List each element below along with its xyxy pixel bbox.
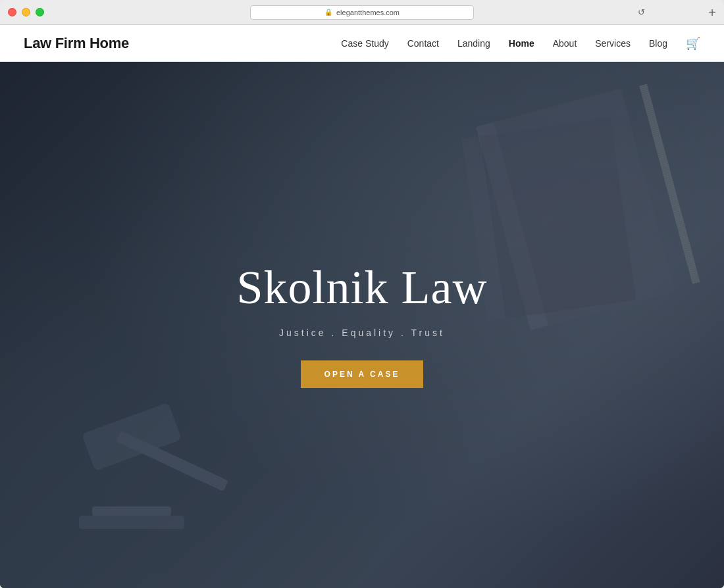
address-bar[interactable]: 🔒 elegantthemes.com: [250, 5, 474, 20]
reload-button[interactable]: ↺: [638, 7, 645, 17]
nav-item-landing[interactable]: Landing: [457, 38, 490, 49]
new-tab-button[interactable]: +: [708, 6, 716, 19]
browser-content: Law Firm Home Case Study Contact Landing…: [0, 25, 724, 588]
nav-item-services[interactable]: Services: [595, 38, 631, 49]
site-navbar: Law Firm Home Case Study Contact Landing…: [0, 25, 724, 62]
nav-item-blog[interactable]: Blog: [649, 38, 667, 49]
cart-icon[interactable]: 🛒: [686, 36, 700, 51]
hero-content: Skolnik Law Justice . Equality . Trust O…: [237, 262, 488, 387]
window-chrome: 🔒 elegantthemes.com ↺ +: [0, 0, 724, 25]
nav-item-case-study[interactable]: Case Study: [341, 38, 388, 49]
minimize-button[interactable]: [22, 8, 30, 16]
traffic-lights: [8, 8, 44, 16]
site-logo[interactable]: Law Firm Home: [24, 35, 129, 52]
open-case-button[interactable]: OPEN A CASE: [301, 360, 424, 388]
nav-item-home[interactable]: Home: [509, 38, 534, 49]
fullscreen-button[interactable]: [36, 8, 44, 16]
nav-links: Case Study Contact Landing Home About Se…: [341, 36, 700, 51]
hero-title: Skolnik Law: [237, 262, 488, 314]
url-text: elegantthemes.com: [336, 9, 400, 16]
hero-section: Skolnik Law Justice . Equality . Trust O…: [0, 62, 724, 588]
gavel-decoration: [66, 364, 211, 549]
close-button[interactable]: [8, 8, 16, 16]
nav-item-about[interactable]: About: [553, 38, 577, 49]
nav-item-contact[interactable]: Contact: [407, 38, 439, 49]
hero-subtitle: Justice . Equality . Trust: [279, 328, 445, 338]
lock-icon: 🔒: [324, 9, 332, 16]
